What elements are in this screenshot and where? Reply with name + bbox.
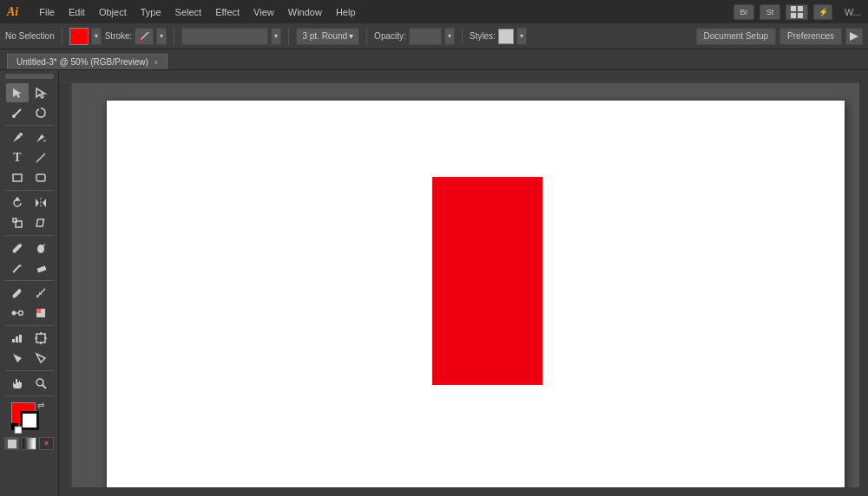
default-colors-icon[interactable] [11,423,23,435]
svg-rect-15 [36,174,45,181]
svg-rect-52 [25,440,34,448]
tools-divider-1 [5,125,54,126]
vertical-scrollbar[interactable] [859,70,868,487]
menu-help[interactable]: Help [329,5,363,19]
window-title-text: W... [845,7,861,17]
panel-handle[interactable] [5,74,54,79]
shape-tool-btn[interactable] [30,168,52,187]
svg-point-32 [12,311,16,316]
pencil-tool-btn[interactable] [6,258,29,277]
grid-apps-btn[interactable] [786,4,808,20]
svg-rect-39 [12,339,15,343]
blob-brush-tool-btn[interactable] [30,238,52,258]
shear-tool-btn[interactable] [30,213,52,232]
blend-tool-btn[interactable] [6,303,29,323]
menu-file[interactable]: File [32,5,62,19]
paintbrush-tool-btn[interactable] [6,238,29,258]
opacity-input[interactable]: 100% [409,28,442,45]
opacity-label: Opacity: [374,31,406,41]
scale-tool-btn[interactable] [6,213,29,232]
app-logo: Ai [7,5,18,19]
tool-row-7 [6,213,52,232]
svg-rect-41 [19,335,22,343]
menu-select[interactable]: Select [168,5,209,19]
brush-label: 3 pt. Round [302,31,347,41]
lightning-icon-btn[interactable]: ⚡ [813,4,832,20]
tools-divider-2 [5,190,54,191]
slice-select-tool-btn[interactable] [30,349,52,368]
menu-effect[interactable]: Effect [208,5,247,19]
none-btn[interactable]: ✕ [39,437,54,450]
style-section: Styles: ▾ [470,28,527,45]
rotate-tool-btn[interactable] [6,193,29,212]
tool-row-12 [6,329,52,348]
menu-object[interactable]: Object [92,5,134,19]
hand-tool-btn[interactable] [6,374,29,393]
tab-close-btn[interactable]: × [154,58,158,67]
opacity-arrow[interactable]: ▾ [444,28,455,45]
svg-rect-40 [16,336,18,343]
mirror-tool-btn[interactable] [30,193,52,212]
eraser-tool-btn[interactable] [30,258,52,277]
line-tool-btn[interactable] [30,148,52,167]
eyedropper-tool-btn[interactable] [6,284,29,303]
slice-tool-btn[interactable] [6,349,29,368]
magic-wand-tool-btn[interactable] [6,103,29,122]
toolbar-divider-1 [62,28,62,45]
svg-point-11 [19,133,23,136]
rectangle-tool-btn[interactable] [6,168,29,187]
pen-tool-btn[interactable] [6,128,29,147]
stroke-value-input[interactable] [181,28,268,45]
style-swatch[interactable] [498,29,514,44]
swap-colors-icon[interactable]: ⇄ [37,401,49,413]
canvas-content[interactable] [72,83,859,487]
svg-marker-17 [36,199,39,207]
fill-color-swatch[interactable] [69,28,89,45]
solid-color-btn[interactable] [4,437,19,450]
brush-type-btn[interactable]: 3 pt. Round ▾ [296,28,359,45]
canvas-area[interactable] [59,70,868,496]
direct-selection-tool-btn[interactable] [30,83,52,102]
gradient-btn[interactable] [22,437,36,450]
tool-row-1 [6,83,52,102]
menu-type[interactable]: Type [134,5,168,19]
toolbar-divider-2 [174,28,174,45]
main-area: + T [0,70,868,496]
red-rectangle[interactable] [432,177,542,385]
svg-point-5 [139,39,142,42]
stock-icon-btn[interactable]: St [760,4,780,20]
style-arrow[interactable]: ▾ [516,28,527,45]
measure-tool-btn[interactable] [30,284,52,303]
add-anchor-tool-btn[interactable]: + [30,128,52,147]
artboard-tool-btn[interactable] [30,329,52,348]
brush-dropdown-arrow: ▾ [349,31,353,41]
zoom-tool-btn[interactable] [30,374,52,393]
tab-title: Untitled-3* @ 50% (RGB/Preview) [16,57,148,67]
selection-tool-btn[interactable] [6,83,29,102]
bridge-icon-btn[interactable]: Br [733,4,754,20]
stroke-size-arrow[interactable]: ▾ [271,28,281,45]
live-paint-tool-btn[interactable] [30,303,52,323]
stroke-brush-icon[interactable] [135,28,154,45]
column-graph-tool-btn[interactable] [6,329,29,348]
svg-rect-21 [13,219,16,222]
title-bar: Ai File Edit Object Type Select Effect V… [0,0,868,23]
svg-rect-0 [791,6,796,11]
collapse-panel-btn[interactable] [845,28,863,45]
fill-arrow-btn[interactable]: ▾ [91,28,102,45]
selection-section: No Selection [5,31,55,41]
menu-window[interactable]: Window [281,5,329,19]
toolbar-divider-4 [366,28,367,45]
horizontal-scrollbar[interactable] [59,487,868,496]
document-setup-button[interactable]: Document Setup [696,28,777,45]
menu-edit[interactable]: Edit [62,5,92,19]
type-tool-btn[interactable]: T [6,148,29,167]
menu-view[interactable]: View [247,5,281,19]
tool-row-3: + [6,128,52,147]
preferences-button[interactable]: Preferences [779,28,842,45]
svg-point-28 [13,296,16,298]
stroke-arrow-btn[interactable]: ▾ [156,28,167,45]
lasso-tool-btn[interactable] [30,103,52,122]
document-tab[interactable]: Untitled-3* @ 50% (RGB/Preview) × [7,54,168,69]
svg-marker-16 [16,198,19,200]
